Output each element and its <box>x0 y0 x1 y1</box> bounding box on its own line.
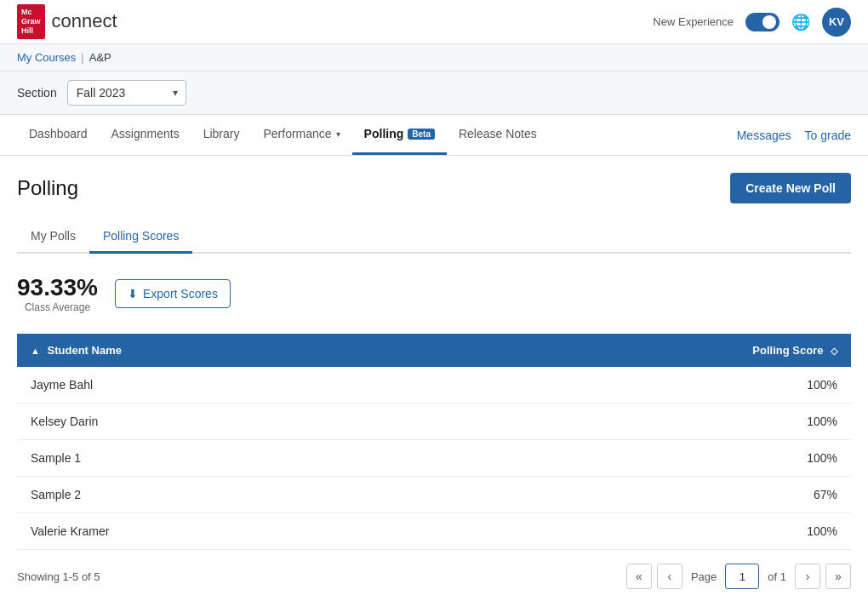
table-row: Sample 2 67% <box>17 477 851 513</box>
student-score: 100% <box>445 513 851 550</box>
section-bar: Section Fall 2023 <box>0 72 868 115</box>
logo-line3: Hill <box>21 26 33 35</box>
create-new-poll-button[interactable]: Create New Poll <box>730 173 851 203</box>
sub-tab-polling-scores[interactable]: Polling Scores <box>89 220 193 254</box>
showing-text: Showing 1-5 of 5 <box>17 570 100 583</box>
tab-release-notes[interactable]: Release Notes <box>447 115 549 155</box>
section-label: Section <box>17 86 57 100</box>
class-average-percent: 93.33% <box>17 274 98 301</box>
breadcrumb: My Courses | A&P <box>0 44 868 72</box>
table-row: Valerie Kramer 100% <box>17 513 851 550</box>
table-row: Kelsey Darin 100% <box>17 404 851 440</box>
student-name: Sample 2 <box>17 477 445 513</box>
student-name: Valerie Kramer <box>17 513 445 550</box>
new-experience-toggle[interactable] <box>745 13 779 31</box>
next-page-button[interactable]: › <box>795 564 820 589</box>
page-number-input[interactable] <box>725 564 759 589</box>
sort-asc-icon: ▲ <box>31 346 40 356</box>
column-polling-score[interactable]: Polling Score ◇ <box>445 334 851 367</box>
logo-box: Mc Graw Hill <box>17 4 45 38</box>
header-right: New Experience 🌐 KV <box>653 8 851 37</box>
table-row: Jayme Bahl 100% <box>17 367 851 404</box>
student-name: Sample 1 <box>17 440 445 477</box>
stats-area: 93.33% Class Average ⬇ Export Scores <box>17 274 851 313</box>
student-score: 100% <box>445 367 851 404</box>
of-text: of 1 <box>768 570 786 583</box>
export-button-label: Export Scores <box>143 287 218 300</box>
student-score: 100% <box>445 404 851 440</box>
polling-scores-table: ▲ Student Name Polling Score ◇ Jayme Bah… <box>17 334 851 550</box>
logo-line1: Mc <box>21 8 32 16</box>
download-icon: ⬇ <box>128 287 138 300</box>
sub-tab-my-polls[interactable]: My Polls <box>17 220 89 254</box>
export-scores-button[interactable]: ⬇ Export Scores <box>115 279 231 308</box>
first-page-button[interactable]: « <box>626 564 652 589</box>
table-row: Sample 1 100% <box>17 440 851 477</box>
student-name: Jayme Bahl <box>17 367 445 404</box>
beta-badge: Beta <box>408 129 435 140</box>
nav-tabs: Dashboard Assignments Library Performanc… <box>0 115 868 156</box>
table-body: Jayme Bahl 100% Kelsey Darin 100% Sample… <box>17 367 851 550</box>
page-title: Polling <box>17 176 78 200</box>
logo-text: connect <box>52 10 117 32</box>
pagination-area: Showing 1-5 of 5 « ‹ Page of 1 › » <box>17 550 851 601</box>
logo-line2: Graw <box>21 17 41 26</box>
tab-library[interactable]: Library <box>191 115 252 155</box>
student-score: 67% <box>445 477 851 513</box>
class-average-label: Class Average <box>17 301 98 313</box>
breadcrumb-my-courses[interactable]: My Courses <box>17 51 76 64</box>
sort-diamond-icon: ◇ <box>831 346 837 356</box>
prev-page-button[interactable]: ‹ <box>657 564 682 589</box>
section-select-wrapper: Fall 2023 <box>67 80 186 106</box>
tab-polling[interactable]: Polling Beta <box>352 115 447 155</box>
nav-tabs-right: Messages To grade <box>737 129 851 142</box>
column-student-name[interactable]: ▲ Student Name <box>17 334 445 367</box>
breadcrumb-separator: | <box>81 51 83 64</box>
student-name: Kelsey Darin <box>17 404 445 440</box>
tab-assignments[interactable]: Assignments <box>100 115 191 155</box>
page-content: Polling Create New Poll My Polls Polling… <box>0 156 868 601</box>
sub-tabs: My Polls Polling Scores <box>17 220 851 254</box>
new-experience-label: New Experience <box>653 15 734 28</box>
messages-link[interactable]: Messages <box>737 129 791 142</box>
table-header-row: ▲ Student Name Polling Score ◇ <box>17 334 851 367</box>
page-label: Page <box>691 570 717 583</box>
to-grade-link[interactable]: To grade <box>805 129 851 142</box>
student-score: 100% <box>445 440 851 477</box>
class-average-box: 93.33% Class Average <box>17 274 98 313</box>
avatar[interactable]: KV <box>822 8 851 37</box>
last-page-button[interactable]: » <box>825 564 851 589</box>
performance-chevron-icon: ▾ <box>336 129 340 139</box>
pagination-controls: « ‹ Page of 1 › » <box>626 564 851 589</box>
tab-performance[interactable]: Performance ▾ <box>251 115 351 155</box>
globe-icon[interactable]: 🌐 <box>791 13 810 31</box>
section-select[interactable]: Fall 2023 <box>67 80 186 106</box>
breadcrumb-current: A&P <box>89 51 111 64</box>
nav-tabs-left: Dashboard Assignments Library Performanc… <box>17 115 549 155</box>
logo-area: Mc Graw Hill connect <box>17 4 117 38</box>
tab-dashboard[interactable]: Dashboard <box>17 115 100 155</box>
header: Mc Graw Hill connect New Experience 🌐 KV <box>0 0 868 44</box>
page-header: Polling Create New Poll <box>17 173 851 203</box>
